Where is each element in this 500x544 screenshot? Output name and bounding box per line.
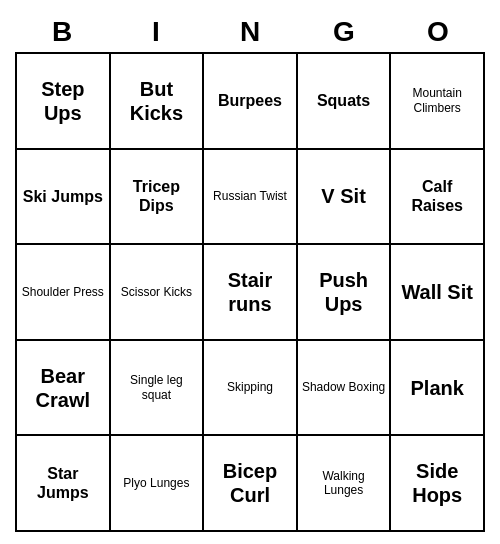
bingo-cell: V Sit xyxy=(298,150,392,246)
bingo-cell: Single leg squat xyxy=(111,341,205,437)
bingo-cell: Squats xyxy=(298,54,392,150)
bingo-cell: Mountain Climbers xyxy=(391,54,485,150)
bingo-cell: Walking Lunges xyxy=(298,436,392,532)
bingo-cell: Scissor Kicks xyxy=(111,245,205,341)
bingo-cell: Bear Crawl xyxy=(17,341,111,437)
header-letter: O xyxy=(391,12,485,52)
header-letter: G xyxy=(297,12,391,52)
bingo-cell: Shadow Boxing xyxy=(298,341,392,437)
bingo-card: BINGO Step UpsBut KicksBurpeesSquatsMoun… xyxy=(15,12,485,532)
bingo-grid: Step UpsBut KicksBurpeesSquatsMountain C… xyxy=(15,52,485,532)
bingo-cell: Step Ups xyxy=(17,54,111,150)
header-letter: I xyxy=(109,12,203,52)
bingo-cell: Skipping xyxy=(204,341,298,437)
bingo-cell: Shoulder Press xyxy=(17,245,111,341)
bingo-cell: But Kicks xyxy=(111,54,205,150)
bingo-cell: Star Jumps xyxy=(17,436,111,532)
bingo-cell: Bicep Curl xyxy=(204,436,298,532)
bingo-cell: Stair runs xyxy=(204,245,298,341)
bingo-cell: Plyo Lunges xyxy=(111,436,205,532)
bingo-cell: Push Ups xyxy=(298,245,392,341)
bingo-cell: Calf Raises xyxy=(391,150,485,246)
bingo-cell: Side Hops xyxy=(391,436,485,532)
bingo-cell: Ski Jumps xyxy=(17,150,111,246)
bingo-cell: Burpees xyxy=(204,54,298,150)
bingo-cell: Russian Twist xyxy=(204,150,298,246)
bingo-header: BINGO xyxy=(15,12,485,52)
header-letter: B xyxy=(15,12,109,52)
bingo-cell: Wall Sit xyxy=(391,245,485,341)
bingo-cell: Plank xyxy=(391,341,485,437)
header-letter: N xyxy=(203,12,297,52)
bingo-cell: Tricep Dips xyxy=(111,150,205,246)
